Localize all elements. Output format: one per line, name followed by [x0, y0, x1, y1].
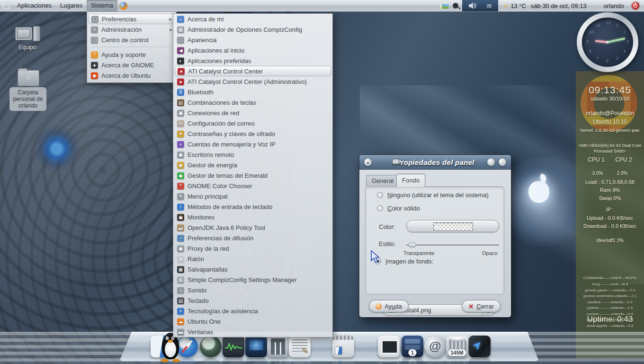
radio-row-solid[interactable]: Color sólido	[377, 205, 420, 212]
menu-item[interactable]: ☺ Acerca de mí	[175, 14, 331, 24]
menu-item-label: Preferencias	[102, 16, 136, 23]
radio-none-label: Ninguno (utilizar el tema del sistema)	[387, 191, 489, 199]
clock-hub	[606, 41, 609, 44]
menu-item-label: Menú principal	[188, 193, 228, 200]
radio-row-image[interactable]: Imagen de fondo:	[375, 258, 433, 265]
menu-item[interactable]: x Administración ▸	[89, 24, 175, 35]
menu-item[interactable]: ● ATI Catalyst Control Center	[175, 66, 331, 76]
ubuntu-menu-icon[interactable]	[2, 2, 10, 9]
menu-item-label: Escritorio remoto	[188, 151, 234, 158]
radio-solid-color[interactable]	[377, 205, 383, 211]
mail-icon[interactable]: @	[424, 336, 446, 357]
menu-item[interactable]: ▣ Proxy de la red	[175, 243, 331, 254]
menu-item-label: Aplicaciones preferidas	[188, 57, 251, 64]
computer-tower-icon	[33, 26, 40, 41]
analog-clock-widget[interactable]: 123456789101112	[577, 12, 640, 74]
conky-cpu-values: 3.0%2.0%	[576, 171, 644, 176]
radio-row-none[interactable]: Ninguno (utilizar el tema del sistema)	[377, 191, 489, 199]
menubar-item-sistema[interactable]: Sistema	[87, 0, 117, 11]
image-viewer-tray-icon[interactable]	[440, 2, 449, 9]
home-folder-icon	[18, 70, 39, 86]
menu-item[interactable]: ✦ Contraseñas y claves de cifrado	[175, 128, 331, 139]
style-label: Estilo:	[379, 240, 395, 247]
shade-window-button[interactable]: ▲	[364, 158, 372, 166]
menubar-item-aplicaciones[interactable]: Aplicaciones	[13, 0, 56, 11]
menu-item[interactable]: ? Ayuda y soporte	[89, 49, 175, 60]
menu-item[interactable]: i Métodos de entrada de teclado	[175, 201, 331, 212]
panel-clock[interactable]: sáb 30 de oct, 09:13	[531, 2, 591, 9]
menu-item[interactable]: ▤ Teclado	[175, 295, 331, 306]
desktop-icon-label: Equipo	[9, 44, 46, 51]
menu-item[interactable]: ▣ Conexiones de red	[175, 108, 331, 118]
menu-item[interactable]: B Bluetooth	[175, 87, 331, 97]
stack-icon[interactable]: 1	[402, 336, 423, 357]
assistive-tech-icon: +	[177, 308, 184, 315]
menu-item[interactable]: ▦ Administrador de Opciones CompizConfig	[175, 24, 331, 35]
speaker-icon[interactable]	[469, 2, 476, 9]
menu-item[interactable]: ▣ Escritorio remoto	[175, 149, 331, 160]
tab-fondo[interactable]: Fondo	[396, 174, 425, 187]
compizconfig-admin-icon: ▦	[177, 26, 184, 33]
time-machine-icon[interactable]: ↺	[200, 336, 222, 357]
menu-item[interactable]: ▢ Apariencia	[175, 35, 331, 45]
menu-item-label: Sonido	[188, 287, 206, 294]
menu-item[interactable]: ◉ Gestor de energía	[175, 160, 331, 170]
plug-tray-icon[interactable]	[453, 3, 458, 9]
dialog-titlebar[interactable]: ▲ Propiedades del panel	[359, 155, 511, 170]
documents-icon[interactable]	[289, 336, 311, 357]
workspace-switcher-icon[interactable]	[378, 336, 400, 357]
menu-item-label: Ubuntu One	[188, 318, 221, 325]
menu-item[interactable]: ▢ Centro de control	[89, 35, 175, 45]
menu-item[interactable]: ● ATI Catalyst Control Center (Administr…	[175, 76, 331, 87]
slider-handle[interactable]	[408, 243, 416, 247]
power-button-icon[interactable]	[632, 2, 639, 9]
menu-item[interactable]: ◐ Aplicaciones preferidas	[175, 55, 331, 66]
menu-item[interactable]: ◔ Preferencias de difusión	[175, 233, 331, 243]
menu-item[interactable]: ● Acerca de GNOME	[89, 60, 175, 70]
menu-item[interactable]: ♪ Sonido	[175, 285, 331, 295]
menu-item[interactable]: ▢ Preferencias ▸	[89, 14, 175, 24]
menu-item[interactable]: ☁ Ubuntu One	[175, 316, 331, 327]
menu-item[interactable]: ▤ Combinaciones de teclas	[175, 97, 331, 108]
desktop-icon-equipo[interactable]: Equipo	[9, 26, 46, 51]
menu-item[interactable]: ▧ Simple CompizConfig Settings Manager	[175, 274, 331, 285]
mail-icon[interactable]: ✉	[487, 3, 492, 9]
menu-item[interactable]: ▣ Monitores	[175, 212, 331, 222]
menu-item[interactable]: ◆ Gestor de temas del Emerald	[175, 170, 331, 181]
menu-item[interactable]: ◀ Aplicaciones al inicio	[175, 45, 331, 55]
tux-belly	[165, 341, 176, 357]
close-button[interactable]: ✕ Cerrar	[462, 300, 501, 312]
menu-item[interactable]: ▦ Salvapantallas	[175, 264, 331, 274]
minimize-button[interactable]	[487, 158, 495, 166]
menu-item[interactable]: ◉ Acerca de Ubuntu	[89, 70, 175, 81]
menu-item-label: Aplicaciones al inicio	[188, 47, 244, 54]
close-x-icon: ✕	[468, 303, 474, 310]
cairo-dock-icon[interactable]	[469, 336, 491, 357]
radio-none[interactable]	[377, 192, 383, 198]
menu-item[interactable]: ● Ratón	[175, 254, 331, 264]
menu-item[interactable]: ☕ OpenJDK Java 6 Policy Tool	[175, 222, 331, 233]
trash-icon[interactable]: 145M	[446, 336, 468, 357]
close-window-button[interactable]	[498, 158, 507, 166]
user-menu[interactable]: orlando	[591, 2, 632, 9]
menu-item[interactable]: ▬ Ventanas	[175, 327, 331, 337]
menu-item[interactable]: + Tecnologías de asistencia	[175, 306, 331, 316]
opacity-slider[interactable]	[406, 243, 499, 247]
finder-window-icon[interactable]	[332, 336, 354, 357]
administration-icon: x	[91, 26, 98, 33]
activity-monitor-icon[interactable]	[223, 336, 244, 357]
tab-general[interactable]: General	[366, 175, 399, 186]
calculator-icon[interactable]	[267, 336, 289, 357]
menu-item[interactable]: * GNOME Color Chooser	[175, 181, 331, 191]
menu-item[interactable]: ✎ Menú principal	[175, 191, 331, 201]
weather-applet[interactable]: ☀ 13 °C	[498, 2, 530, 9]
help-button[interactable]: ? Ayuda	[369, 300, 409, 312]
firefox-launcher-icon[interactable]	[119, 2, 127, 10]
menubar-item-lugares[interactable]: Lugares	[56, 0, 87, 11]
menu-item[interactable]: ✉ Configuración del correo	[175, 118, 331, 128]
color-picker-button[interactable]	[406, 220, 499, 232]
menu-item[interactable]: ◗ Cuentas de mensajería y Voz IP	[175, 139, 331, 149]
gnome-logo-icon: ●	[91, 62, 98, 69]
desktop-icon-home-folder[interactable]: Carpeta personal de orlando	[9, 70, 46, 111]
screens-icon[interactable]	[245, 336, 267, 357]
